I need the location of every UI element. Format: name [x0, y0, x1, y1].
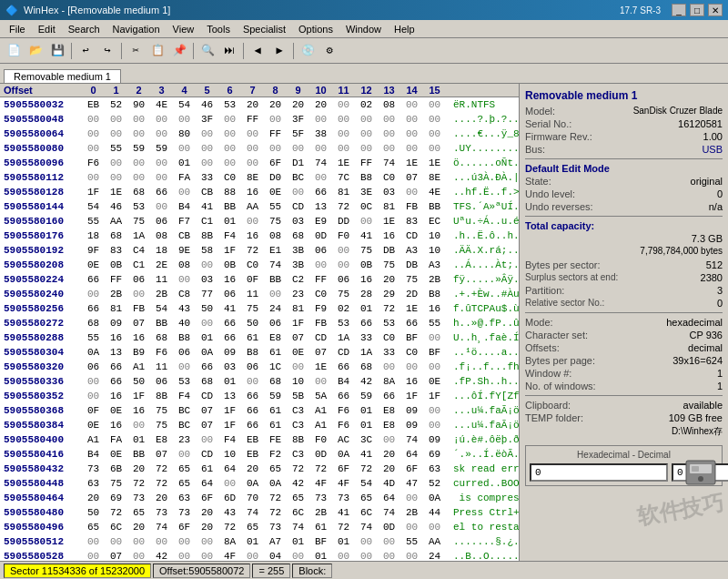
hex-byte[interactable]: C0	[378, 330, 400, 345]
hex-byte[interactable]: 63	[82, 476, 105, 491]
hex-byte[interactable]: 00	[355, 214, 378, 229]
table-row[interactable]: 59055804805072657373204374726C2B416C742B…	[0, 505, 519, 520]
hex-byte[interactable]: A1	[309, 403, 332, 418]
hex-byte[interactable]: 06	[309, 243, 332, 258]
hex-byte[interactable]: 44	[423, 505, 446, 520]
hex-byte[interactable]: 00	[355, 112, 378, 127]
hex-byte[interactable]: D1	[287, 156, 309, 170]
hex-byte[interactable]: 8A	[218, 534, 241, 549]
hex-byte[interactable]: 00	[127, 418, 150, 432]
hex-byte[interactable]: 8B	[150, 389, 173, 403]
options-button[interactable]: ⚙	[319, 41, 339, 61]
hex-byte[interactable]: 08	[378, 97, 400, 112]
hex-byte[interactable]: 00	[196, 549, 218, 561]
hex-byte[interactable]: 65	[173, 476, 196, 491]
hex-byte[interactable]: FF	[355, 156, 378, 170]
hex-byte[interactable]: 0D	[309, 447, 332, 462]
hex-byte[interactable]: B8	[241, 345, 264, 360]
hex-byte[interactable]: 77	[196, 287, 218, 301]
hex-byte[interactable]: 65	[127, 505, 150, 520]
hex-byte[interactable]: CD	[332, 345, 355, 360]
hex-byte[interactable]: E8	[264, 330, 287, 345]
hex-byte[interactable]: 16	[378, 229, 400, 243]
hex-byte[interactable]: 73	[264, 520, 287, 534]
hex-byte[interactable]: 00	[264, 112, 287, 127]
hex-byte[interactable]: 01	[309, 549, 332, 561]
hex-byte[interactable]: 00	[82, 374, 105, 389]
table-row[interactable]: 59055803360066500653680100681000B4428A16…	[0, 374, 519, 389]
hex-byte[interactable]: 74	[378, 156, 400, 170]
hex-byte[interactable]: 0F	[241, 272, 264, 287]
hex-byte[interactable]: 23	[287, 287, 309, 301]
hex-byte[interactable]: 9F	[82, 243, 105, 258]
hex-byte[interactable]: 72	[127, 476, 150, 491]
hex-byte[interactable]: FB	[309, 316, 332, 330]
hex-byte[interactable]: 72	[309, 462, 332, 476]
menu-options[interactable]: Options	[293, 23, 339, 36]
hex-byte[interactable]: 54	[173, 97, 196, 112]
hex-byte[interactable]: 00	[150, 170, 173, 185]
maximize-button[interactable]: □	[690, 4, 704, 16]
hex-byte[interactable]: FE	[264, 432, 287, 447]
hex-byte[interactable]: 28	[355, 287, 378, 301]
hex-byte[interactable]: 00	[105, 112, 127, 127]
hex-byte[interactable]: 8A	[378, 374, 400, 389]
hex-byte[interactable]: 00	[400, 97, 423, 112]
hex-byte[interactable]: 74	[241, 505, 264, 520]
table-row[interactable]: 5905580496656C20746F20726573746172740D00…	[0, 520, 519, 534]
hex-byte[interactable]: 1A	[127, 229, 150, 243]
table-row[interactable]: 590558016055AA7506F7C101007503E9DD001E83…	[0, 214, 519, 229]
hex-byte[interactable]: 10	[423, 229, 446, 243]
hex-byte[interactable]: 00	[264, 141, 287, 156]
table-row[interactable]: 590558011200000000FA33C08ED0BC007CB8C007…	[0, 170, 519, 185]
hex-byte[interactable]: 24	[423, 549, 446, 561]
hex-byte[interactable]: 03	[196, 272, 218, 287]
hex-byte[interactable]: 16	[400, 374, 423, 389]
hex-byte[interactable]: 2B	[309, 505, 332, 520]
hex-byte[interactable]: 00	[355, 127, 378, 141]
minimize-button[interactable]: _	[672, 4, 686, 16]
hex-byte[interactable]: 3B	[287, 243, 309, 258]
hex-byte[interactable]: 41	[355, 229, 378, 243]
hex-byte[interactable]: F0	[332, 229, 355, 243]
hex-byte[interactable]: AC	[332, 432, 355, 447]
hex-byte[interactable]: 00	[400, 549, 423, 561]
hex-byte[interactable]: 00	[355, 141, 378, 156]
hex-byte[interactable]: CD	[287, 199, 309, 214]
hex-byte[interactable]: 0E	[82, 258, 105, 272]
hex-byte[interactable]: 1E	[400, 156, 423, 170]
hex-byte[interactable]: 66	[105, 360, 127, 374]
menu-window[interactable]: Window	[340, 23, 387, 36]
table-row[interactable]: 5905580032EB52904E5446532020202000020800…	[0, 97, 519, 112]
hex-byte[interactable]: 20	[287, 97, 309, 112]
table-row[interactable]: 5905580432736B2072656164206572726F72206F…	[0, 462, 519, 476]
hex-byte[interactable]: 69	[423, 447, 446, 462]
hex-byte[interactable]: B9	[127, 345, 150, 360]
menu-specialist[interactable]: Specialist	[238, 23, 291, 36]
hex-byte[interactable]: 16	[218, 272, 241, 287]
hex-byte[interactable]: E8	[150, 432, 173, 447]
table-row[interactable]: 5905580240002B002BC87706110023C07528292D…	[0, 287, 519, 301]
hex-byte[interactable]: 2D	[400, 287, 423, 301]
hex-byte[interactable]: 01	[355, 403, 378, 418]
hex-byte[interactable]: 75	[355, 243, 378, 258]
hex-byte[interactable]: 74	[264, 258, 287, 272]
hex-byte[interactable]: 6D	[218, 491, 241, 505]
hex-byte[interactable]: 75	[105, 476, 127, 491]
hex-byte[interactable]: 66	[332, 360, 355, 374]
hex-byte[interactable]: 0D	[378, 520, 400, 534]
hex-byte[interactable]: 03	[287, 214, 309, 229]
hex-byte[interactable]: 64	[378, 491, 400, 505]
table-row[interactable]: 590558022466FF06110003160FBBC2FF06162075…	[0, 272, 519, 287]
hex-byte[interactable]: 07	[127, 316, 150, 330]
hex-byte[interactable]: C0	[309, 287, 332, 301]
hex-byte[interactable]: 74	[378, 505, 400, 520]
hex-byte[interactable]: 72	[332, 520, 355, 534]
hex-byte[interactable]: 2B	[105, 287, 127, 301]
hex-byte[interactable]: 00	[150, 112, 173, 127]
hex-byte[interactable]: 80	[173, 127, 196, 141]
hex-byte[interactable]: 66	[150, 185, 173, 199]
hex-byte[interactable]: 81	[332, 185, 355, 199]
hex-byte[interactable]: 00	[173, 549, 196, 561]
hex-byte[interactable]: 65	[173, 462, 196, 476]
